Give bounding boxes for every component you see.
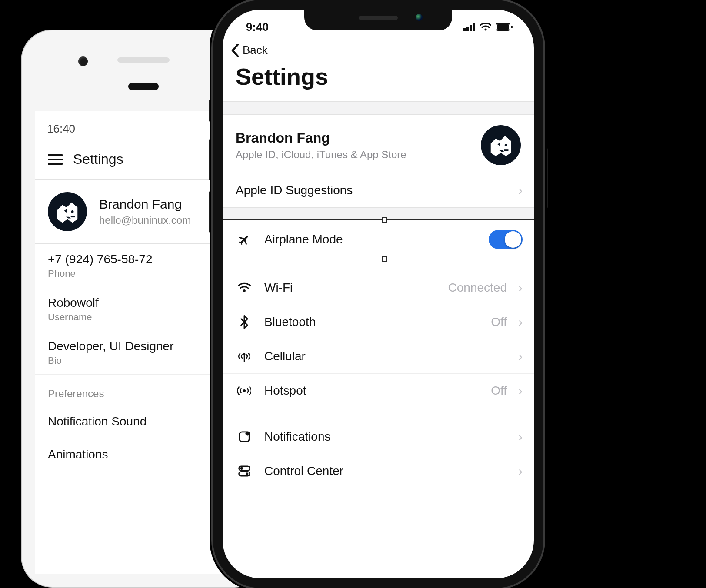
bluetooth-icon (236, 315, 253, 329)
control-center-label: Control Center (264, 464, 507, 478)
chevron-right-icon: › (518, 315, 523, 329)
cellular-label: Cellular (264, 349, 496, 363)
svg-point-17 (246, 432, 250, 436)
cellular-icon (236, 350, 253, 363)
svg-point-14 (243, 353, 246, 355)
row-airplane-mode[interactable]: Airplane Mode (223, 220, 534, 259)
hotspot-icon (236, 384, 253, 397)
airplane-icon (236, 233, 253, 246)
hotspot-label: Hotspot (264, 384, 480, 398)
design-selection-overlay: Airplane Mode (223, 220, 534, 259)
wifi-value: Connected (448, 281, 507, 295)
cellular-signal-icon (463, 23, 476, 31)
ios-profile-name: Brandon Fang (236, 130, 406, 146)
android-home-pill (128, 83, 159, 90)
iphone-volume-up (209, 139, 213, 180)
phone-value: +7 (924) 765-58-72 (48, 252, 239, 266)
ios-screen: 9:40 (223, 10, 534, 578)
iphone-power-button (543, 148, 548, 209)
front-camera-icon (416, 14, 423, 21)
avatar-icon (48, 192, 87, 231)
chevron-right-icon: › (518, 349, 523, 364)
row-notifications[interactable]: Notifications › (223, 420, 534, 454)
iphone-volume-down (209, 191, 213, 233)
iphone-mute-switch (209, 100, 213, 122)
group-gap (223, 102, 534, 115)
group-gap (223, 207, 534, 220)
back-label: Back (243, 43, 268, 57)
row-control-center[interactable]: Control Center › (223, 454, 534, 488)
ios-profile-row[interactable]: Brandon Fang Apple ID, iCloud, iTunes & … (223, 115, 534, 173)
ios-status-time: 9:40 (246, 20, 269, 34)
wifi-label: Wi-Fi (264, 281, 437, 295)
back-button[interactable]: Back (223, 35, 534, 60)
avatar-icon (481, 125, 521, 165)
username-label: Username (48, 312, 239, 323)
svg-point-15 (243, 389, 246, 392)
chevron-right-icon: › (518, 464, 523, 478)
toggle-knob (505, 231, 521, 248)
battery-icon (496, 23, 513, 31)
row-bluetooth[interactable]: Bluetooth Off › (223, 305, 534, 339)
row-cellular[interactable]: Cellular › (223, 339, 534, 373)
svg-point-11 (505, 144, 507, 146)
ios-status-icons (463, 23, 517, 31)
chevron-right-icon: › (518, 280, 523, 295)
svg-point-21 (246, 472, 248, 475)
row-hotspot[interactable]: Hotspot Off › (223, 373, 534, 408)
bio-label: Bio (48, 355, 239, 366)
apple-id-suggestions-label: Apple ID Suggestions (236, 183, 507, 197)
android-page-title: Settings (73, 151, 123, 167)
ios-profile-subtitle: Apple ID, iCloud, iTunes & App Store (236, 149, 406, 161)
chevron-right-icon: › (518, 183, 523, 198)
bluetooth-value: Off (491, 315, 507, 329)
svg-rect-8 (497, 24, 509, 30)
android-profile-name: Brandon Fang (99, 197, 191, 212)
svg-rect-5 (473, 23, 475, 31)
bio-value: Developer, UI Designer (48, 339, 239, 353)
iphone-notch (304, 10, 452, 30)
chevron-left-icon (230, 44, 240, 57)
svg-rect-2 (463, 28, 466, 31)
row-wifi[interactable]: Wi-Fi Connected › (223, 271, 534, 305)
svg-point-19 (240, 467, 243, 470)
airplane-toggle[interactable] (489, 230, 523, 249)
svg-rect-4 (470, 25, 472, 31)
android-profile-email: hello@buninux.com (99, 214, 191, 226)
android-camera-dot (78, 56, 88, 66)
wifi-icon (236, 282, 253, 293)
svg-point-12 (243, 289, 246, 292)
iphone-device: 9:40 (213, 0, 543, 588)
airplane-label: Airplane Mode (264, 233, 477, 246)
svg-point-1 (71, 210, 74, 213)
svg-point-6 (485, 29, 487, 31)
username-value: Robowolf (48, 296, 239, 310)
ios-page-title: Settings (223, 60, 534, 102)
control-center-icon (236, 465, 253, 478)
hotspot-value: Off (491, 384, 507, 398)
chevron-right-icon: › (518, 383, 523, 398)
android-speaker-grill (117, 57, 170, 63)
svg-rect-3 (466, 27, 469, 31)
chevron-right-icon: › (518, 429, 523, 444)
menu-icon[interactable] (48, 154, 63, 165)
notifications-icon (236, 430, 253, 443)
notifications-label: Notifications (264, 430, 507, 444)
wifi-status-icon (480, 23, 491, 31)
svg-rect-9 (511, 26, 513, 28)
iphone-frame: 9:40 (213, 0, 543, 588)
bluetooth-label: Bluetooth (264, 315, 480, 329)
phone-label: Phone (48, 268, 239, 279)
speaker-grill-icon (359, 16, 398, 20)
row-apple-id-suggestions[interactable]: Apple ID Suggestions › (223, 173, 534, 207)
